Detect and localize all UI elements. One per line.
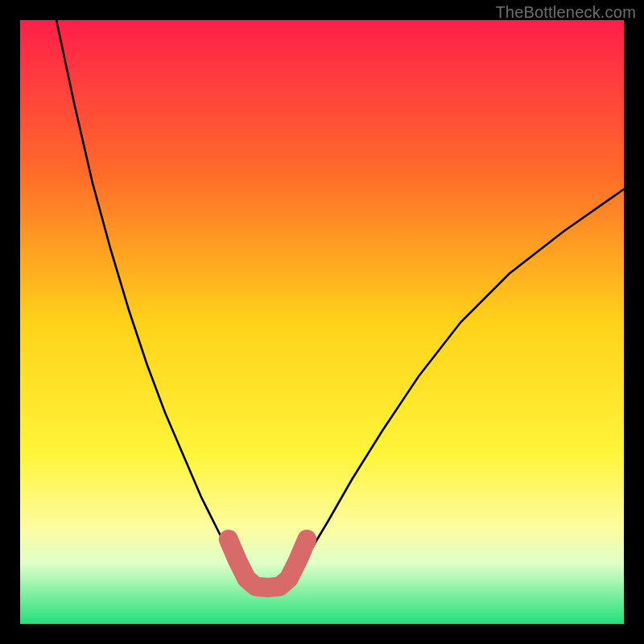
plot-area	[20, 20, 624, 624]
chart-svg	[20, 20, 624, 624]
outer-frame: TheBottleneck.com	[0, 0, 644, 644]
watermark-text: TheBottleneck.com	[495, 3, 636, 22]
